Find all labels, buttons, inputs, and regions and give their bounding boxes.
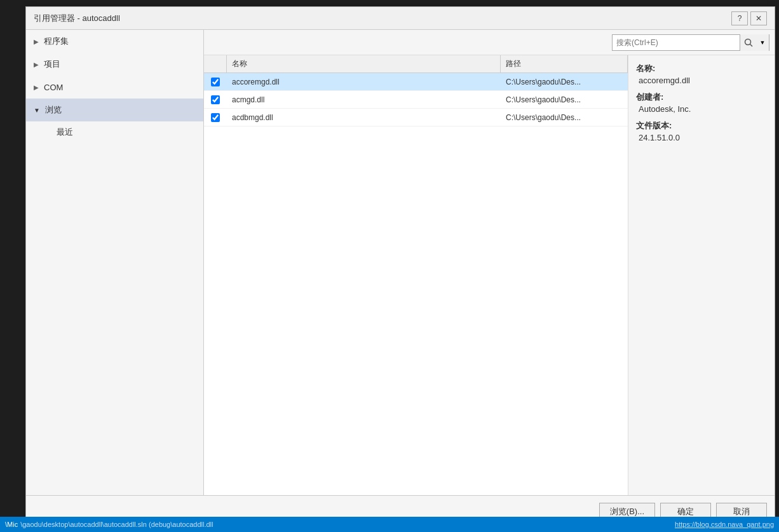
right-section: ▼ 名称 路径 <box>204 30 775 495</box>
dropdown-arrow-icon: ▼ <box>760 39 766 46</box>
dialog-title: 引用管理器 - autocaddll <box>34 13 120 24</box>
status-right-link[interactable]: https://blog.csdn.nava_qant.png <box>675 521 774 528</box>
dialog-content: ▶ 程序集 ▶ 项目 ▶ COM ▼ 浏览 最近 <box>26 30 775 495</box>
assemblies-label: 程序集 <box>44 36 69 47</box>
arrow-icon-assemblies: ▶ <box>34 38 39 45</box>
list-header: 名称 路径 <box>204 55 628 73</box>
version-value: 24.1.51.0.0 <box>636 133 767 142</box>
status-left-text: \Mic <box>5 521 18 528</box>
row-path-1: C:\Users\gaodu\Des... <box>501 78 628 86</box>
row-path-3: C:\Users\gaodu\Des... <box>501 113 628 122</box>
close-button[interactable]: ✕ <box>750 11 767 25</box>
search-dropdown-button[interactable]: ▼ <box>756 34 769 51</box>
recent-label: 最近 <box>57 126 73 138</box>
search-button[interactable] <box>740 34 756 51</box>
tree-item-project[interactable]: ▶ 项目 <box>26 53 203 76</box>
main-area: 名称 路径 accoremgd.dll C:\Users\gaodu\Des..… <box>204 55 775 495</box>
row-path-2: C:\Users\gaodu\Des... <box>501 95 628 104</box>
svg-point-0 <box>745 39 750 44</box>
details-panel: 名称: accoremgd.dll 创建者: Autodesk, Inc. 文件… <box>628 55 775 495</box>
top-bar: ▼ <box>204 30 775 55</box>
title-bar-right: ? ✕ <box>731 11 767 25</box>
title-bar-left: 引用管理器 - autocaddll <box>34 13 120 24</box>
search-icon <box>744 38 753 47</box>
version-label: 文件版本: <box>636 120 767 132</box>
row-check-3[interactable] <box>204 113 227 122</box>
arrow-icon-project: ▶ <box>34 61 39 68</box>
search-box: ▼ <box>612 34 769 51</box>
row-name-3: acdbmgd.dll <box>227 113 501 122</box>
search-input[interactable] <box>613 35 740 50</box>
sub-item-recent[interactable]: 最近 <box>26 121 203 143</box>
checkbox-3[interactable] <box>211 113 220 122</box>
reference-manager-dialog: 引用管理器 - autocaddll ? ✕ ▶ 程序集 ▶ 项目 ▶ COM … <box>25 6 775 528</box>
status-path-text: \gaodu\desktop\autocaddll\autocaddll.sln… <box>20 521 213 528</box>
arrow-icon-com: ▶ <box>34 84 39 91</box>
title-bar: 引用管理器 - autocaddll ? ✕ <box>26 7 775 30</box>
com-label: COM <box>44 83 63 92</box>
row-name-2: acmgd.dll <box>227 95 501 104</box>
file-list: 名称 路径 accoremgd.dll C:\Users\gaodu\Des..… <box>204 55 628 495</box>
header-path[interactable]: 路径 <box>501 55 628 72</box>
list-row[interactable]: accoremgd.dll C:\Users\gaodu\Des... <box>204 73 628 91</box>
arrow-icon-browse: ▼ <box>34 107 40 114</box>
row-check-1[interactable] <box>204 78 227 86</box>
author-label: 创建者: <box>636 92 767 103</box>
list-row[interactable]: acmgd.dll C:\Users\gaodu\Des... <box>204 91 628 109</box>
tree-item-browse[interactable]: ▼ 浏览 <box>26 99 203 121</box>
name-label: 名称: <box>636 63 767 74</box>
row-check-2[interactable] <box>204 95 227 104</box>
tree-item-assemblies[interactable]: ▶ 程序集 <box>26 30 203 53</box>
name-value: accoremgd.dll <box>636 76 767 85</box>
list-row[interactable]: acdbmgd.dll C:\Users\gaodu\Des... <box>204 109 628 126</box>
left-panel: ▶ 程序集 ▶ 项目 ▶ COM ▼ 浏览 最近 <box>26 30 204 495</box>
tree-item-com[interactable]: ▶ COM <box>26 76 203 99</box>
header-check <box>204 55 227 72</box>
browse-label: 浏览 <box>45 104 62 116</box>
help-button[interactable]: ? <box>731 11 748 25</box>
project-label: 项目 <box>44 58 60 70</box>
header-name[interactable]: 名称 <box>227 55 501 72</box>
checkbox-1[interactable] <box>211 78 220 86</box>
status-bar: \Mic \gaodu\desktop\autocaddll\autocaddl… <box>0 517 779 532</box>
row-name-1: accoremgd.dll <box>227 78 501 86</box>
list-body: accoremgd.dll C:\Users\gaodu\Des... acmg… <box>204 73 628 495</box>
author-value: Autodesk, Inc. <box>636 104 767 114</box>
checkbox-2[interactable] <box>211 95 220 104</box>
svg-line-1 <box>750 44 752 46</box>
